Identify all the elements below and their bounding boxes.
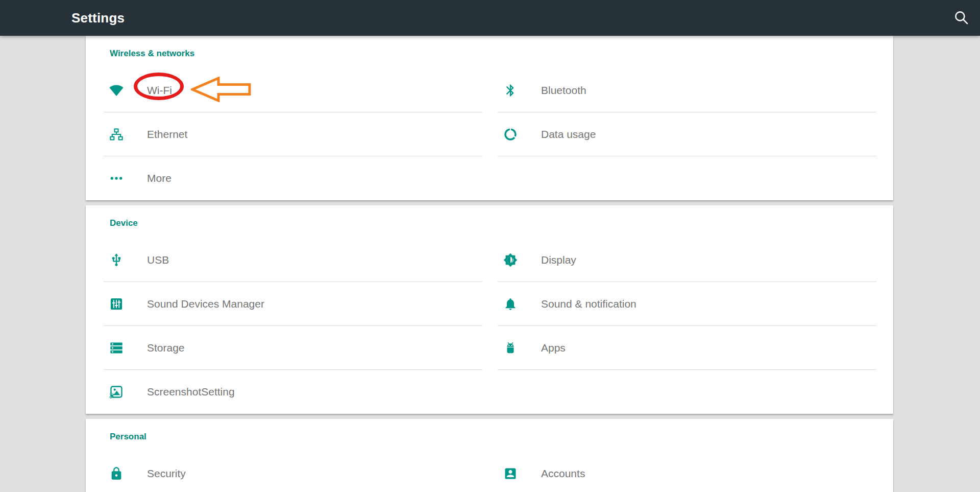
section-card-device: DeviceUSBSound Devices ManagerStorageScr… xyxy=(86,205,893,414)
apps-icon xyxy=(503,341,518,355)
storage-icon xyxy=(109,341,124,355)
settings-item-accounts[interactable]: Accounts xyxy=(498,452,876,492)
column-left: Security xyxy=(104,452,482,492)
sound-notification-icon xyxy=(503,297,518,311)
settings-item-data-usage[interactable]: Data usage xyxy=(498,112,876,156)
settings-item-more[interactable]: More xyxy=(104,156,482,200)
settings-item-label: Storage xyxy=(147,342,185,354)
settings-item-sound-devices-manager[interactable]: Sound Devices Manager xyxy=(104,282,482,326)
search-icon[interactable] xyxy=(950,7,972,28)
more-icon xyxy=(109,171,124,185)
settings-item-sound-notification[interactable]: Sound & notification xyxy=(498,282,876,326)
settings-item-wi-fi[interactable]: Wi-Fi xyxy=(104,68,482,112)
settings-item-label: Sound & notification xyxy=(541,298,636,310)
bluetooth-icon xyxy=(503,83,518,98)
settings-item-label: Data usage xyxy=(541,128,596,140)
screenshot-setting-icon xyxy=(109,385,124,399)
settings-item-screenshotsetting[interactable]: ScreenshotSetting xyxy=(104,370,482,414)
settings-item-label: Accounts xyxy=(541,467,585,480)
settings-item-label: ScreenshotSetting xyxy=(147,386,235,398)
section-header: Personal xyxy=(86,419,893,452)
settings-item-apps[interactable]: Apps xyxy=(498,326,876,370)
app-bar: Settings xyxy=(0,0,980,36)
page-title: Settings xyxy=(71,10,125,26)
section-card-personal: PersonalSecurityAccounts xyxy=(86,419,893,492)
column-right: DisplaySound & notificationApps xyxy=(498,238,876,414)
section-header: Wireless & networks xyxy=(86,36,893,68)
settings-item-display[interactable]: Display xyxy=(498,238,876,282)
settings-item-label: Bluetooth xyxy=(541,84,586,97)
settings-item-security[interactable]: Security xyxy=(104,452,482,492)
settings-item-usb[interactable]: USB xyxy=(104,238,482,282)
settings-item-storage[interactable]: Storage xyxy=(104,326,482,370)
sound-devices-manager-icon xyxy=(109,297,124,311)
display-icon xyxy=(503,253,518,267)
settings-item-label: Apps xyxy=(541,342,566,354)
settings-item-label: Display xyxy=(541,254,576,266)
settings-item-label: Sound Devices Manager xyxy=(147,298,264,310)
column-right: BluetoothData usage xyxy=(498,68,876,200)
data-usage-icon xyxy=(503,127,518,142)
settings-item-bluetooth[interactable]: Bluetooth xyxy=(498,68,876,112)
wifi-icon xyxy=(109,83,124,98)
settings-item-label: Wi-Fi xyxy=(147,84,172,97)
settings-item-label: USB xyxy=(147,254,169,266)
settings-item-label: Ethernet xyxy=(147,128,187,140)
section-header: Device xyxy=(86,205,893,238)
column-left: Wi-FiEthernetMore xyxy=(104,68,482,200)
section-card-wireless-networks: Wireless & networksWi-FiEthernetMoreBlue… xyxy=(86,36,893,200)
settings-item-label: More xyxy=(147,172,172,184)
usb-icon xyxy=(109,253,124,267)
settings-item-label: Security xyxy=(147,467,186,480)
ethernet-icon xyxy=(109,127,124,142)
settings-panel: Wireless & networksWi-FiEthernetMoreBlue… xyxy=(86,36,893,492)
column-left: USBSound Devices ManagerStorageScreensho… xyxy=(104,238,482,414)
accounts-icon xyxy=(503,466,518,481)
column-right: Accounts xyxy=(498,452,876,492)
settings-item-ethernet[interactable]: Ethernet xyxy=(104,112,482,156)
security-icon xyxy=(109,466,124,481)
